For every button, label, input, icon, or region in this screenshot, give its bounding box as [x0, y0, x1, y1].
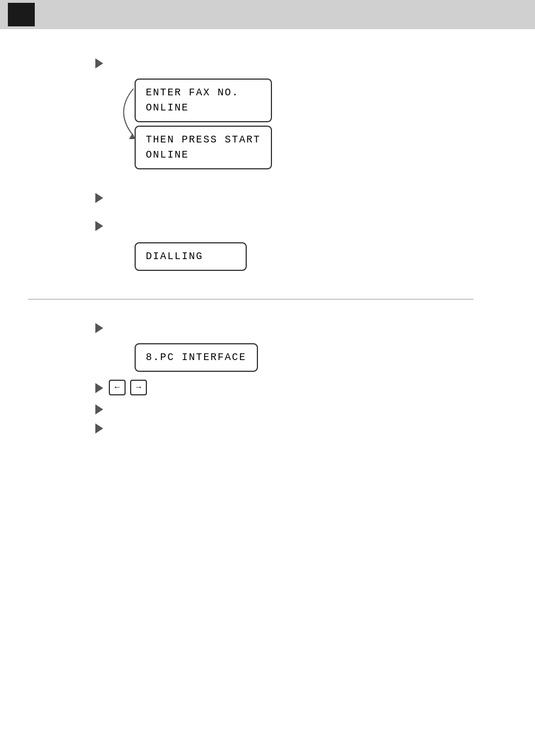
bullet-row-5: ← → — [95, 380, 507, 395]
nav-right-button[interactable]: → — [130, 380, 147, 395]
lcd-pc-interface: 8.PC INTERFACE — [135, 343, 258, 372]
lcd-dialling: DIALLING — [135, 242, 247, 271]
arrow-icon-1 — [95, 58, 103, 68]
page-content: ENTER FAX NO. ONLINE THEN PRESS START ON… — [0, 29, 535, 473]
nav-right-icon: → — [136, 383, 141, 393]
lcd-display-bottom: THEN PRESS START ONLINE — [135, 126, 272, 169]
nav-arrows: ← → — [109, 380, 147, 395]
dialling-label: DIALLING — [146, 251, 203, 262]
section-enter-fax: ENTER FAX NO. ONLINE THEN PRESS START ON… — [28, 57, 507, 169]
lcd-display-top: ENTER FAX NO. ONLINE — [135, 79, 272, 122]
arrow-icon-2 — [95, 193, 103, 203]
header-bar — [0, 0, 535, 29]
bullet-row-7 — [95, 422, 507, 434]
section-dialling: DIALLING — [28, 192, 507, 271]
arrow-icon-7 — [95, 423, 103, 434]
section-pc-interface: 8.PC INTERFACE ← → — [28, 322, 507, 434]
arrow-icon-3 — [95, 221, 103, 231]
bullet-row-4 — [95, 322, 507, 333]
bullet-row-2 — [95, 192, 507, 203]
bullet-row-6 — [95, 403, 507, 414]
nav-left-button[interactable]: ← — [109, 380, 126, 395]
pc-interface-label: 8.PC INTERFACE — [146, 352, 246, 363]
nav-left-icon: ← — [114, 383, 119, 393]
lcd-bottom-line2: ONLINE — [146, 149, 189, 160]
header-black-box — [8, 3, 35, 26]
section-divider — [28, 299, 473, 299]
lcd-top-line2: ONLINE — [146, 102, 189, 113]
arrow-icon-4 — [95, 323, 103, 333]
arrow-icon-6 — [95, 404, 103, 414]
lcd-bottom-line1: THEN PRESS START — [146, 134, 261, 145]
bullet-row-1 — [95, 57, 507, 68]
bullet-row-3 — [95, 220, 507, 231]
arrow-icon-5 — [95, 383, 103, 393]
lcd-top-line1: ENTER FAX NO. — [146, 87, 239, 98]
